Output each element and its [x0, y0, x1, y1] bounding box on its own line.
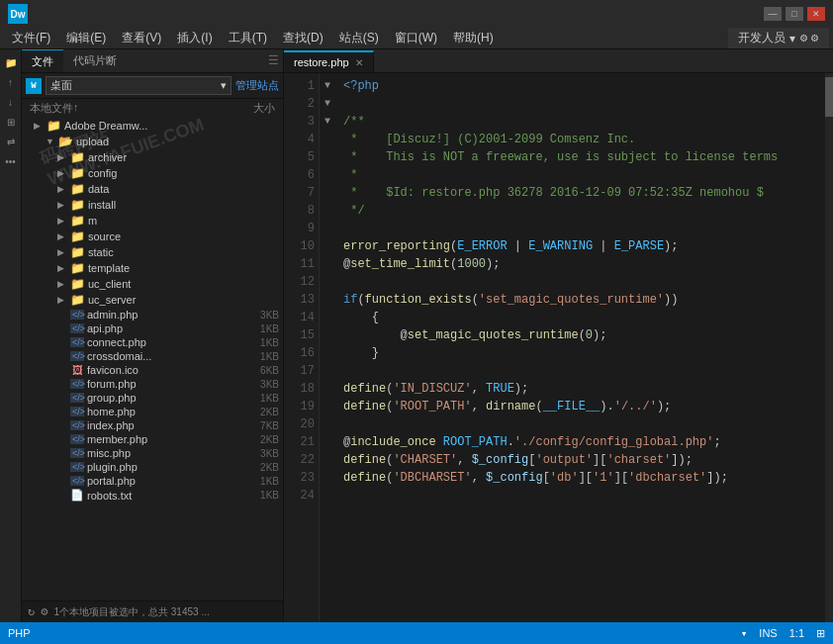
php-icon: </> — [70, 337, 84, 347]
sidebar-expand-icon[interactable]: ⊞ — [2, 113, 20, 131]
tree-folder-m[interactable]: ▶ 📁 m — [22, 213, 283, 229]
tab-files[interactable]: 文件 — [22, 49, 63, 72]
fold-arrow-1[interactable]: ▼ — [320, 77, 335, 95]
tree-folder-data[interactable]: ▶ 📁 data — [22, 181, 283, 197]
site-dropdown[interactable]: 桌面 ▾ — [46, 76, 231, 95]
file-name: favicon.ico — [87, 364, 139, 376]
file-size: 1KB — [260, 490, 279, 501]
maximize-button[interactable]: □ — [786, 7, 803, 21]
tab-snippets[interactable]: 代码片断 — [63, 49, 127, 72]
dev-menu-label: 开发人员 — [738, 30, 786, 46]
arrow-icon: ▶ — [57, 168, 67, 178]
manage-site-button[interactable]: 管理站点 — [235, 78, 279, 93]
panel-menu-icon[interactable]: ☰ — [264, 53, 283, 68]
tree-file-home[interactable]: </> home.php 2KB — [22, 405, 283, 418]
vertical-scrollbar[interactable] — [825, 73, 833, 622]
code-content[interactable]: <?php /** * [Discuz!] (C)2001-2099 Comse… — [335, 73, 825, 622]
tree-folder-config[interactable]: ▶ 📁 config — [22, 165, 283, 181]
tree-folder-static[interactable]: ▶ 📁 static — [22, 244, 283, 260]
arrow-icon: ▼ — [46, 137, 55, 146]
editor-tabs: restore.php ✕ — [284, 49, 833, 73]
code-line-10: error_reporting(E_ERROR | E_WARNING | E_… — [343, 237, 817, 255]
sidebar-arrow-up-icon[interactable]: ↑ — [2, 73, 20, 91]
tree-file-robots[interactable]: 📄 robots.txt 1KB — [22, 488, 283, 503]
panel-header: 本地文件 ↑ 大小 — [22, 99, 283, 118]
chevron-icon: ▾ — [741, 627, 748, 640]
folder-icon: 📁 — [70, 261, 85, 275]
menu-file[interactable]: 文件(F) — [4, 28, 58, 48]
folder-icon: 📁 — [70, 150, 85, 164]
tree-file-portal[interactable]: </> portal.php 1KB — [22, 474, 283, 488]
tree-file-admin[interactable]: </> admin.php 3KB — [22, 308, 283, 322]
menu-find[interactable]: 查找(D) — [275, 28, 331, 48]
folder-icon: 📁 — [46, 119, 61, 133]
folder-label: config — [88, 167, 117, 179]
root-label: Adobe Dreamw... — [64, 120, 147, 132]
refresh-icon[interactable]: ↻ — [28, 604, 35, 619]
folder-icon: 📂 — [58, 135, 73, 148]
file-size: 2KB — [260, 434, 279, 445]
tree-folder-uc-client[interactable]: ▶ 📁 uc_client — [22, 276, 283, 292]
editor-tab-restore[interactable]: restore.php ✕ — [284, 50, 374, 72]
tree-folder-template[interactable]: ▶ 📁 template — [22, 260, 283, 276]
arrow-icon: ▶ — [57, 216, 67, 226]
sidebar-files-icon[interactable]: 📁 — [2, 53, 20, 71]
folder-icon: 📁 — [70, 182, 85, 196]
folder-label: data — [88, 183, 109, 195]
upload-label: upload — [76, 136, 109, 147]
arrow-icon: ▶ — [57, 263, 67, 273]
tree-root[interactable]: ▶ 📁 Adobe Dreamw... — [22, 118, 283, 134]
file-size: 1KB — [260, 476, 279, 487]
tree-file-connect[interactable]: </> connect.php 1KB — [22, 335, 283, 349]
file-name: crossdomai... — [87, 350, 151, 362]
tab-close-icon[interactable]: ✕ — [355, 57, 363, 68]
close-button[interactable]: ✕ — [807, 7, 825, 21]
code-gutter: ▼ ▼ ▼ — [320, 73, 335, 622]
arrow-icon: ▶ — [57, 231, 67, 241]
tree-file-api[interactable]: </> api.php 1KB — [22, 322, 283, 335]
sidebar-link-icon[interactable]: ⇄ — [2, 133, 20, 150]
code-line-15: @set_magic_quotes_runtime(0); — [343, 326, 817, 344]
sidebar-more-icon[interactable]: ••• — [2, 152, 20, 170]
arrow-icon: ▶ — [57, 279, 67, 289]
tree-file-plugin[interactable]: </> plugin.php 2KB — [22, 460, 283, 474]
tree-file-group[interactable]: </> group.php 1KB — [22, 391, 283, 405]
chevron-icon: ▾ — [221, 79, 227, 92]
tree-upload[interactable]: ▼ 📂 upload — [22, 134, 283, 149]
scrollbar-thumb[interactable] — [825, 77, 833, 117]
tree-folder-install[interactable]: ▶ 📁 install — [22, 197, 283, 213]
fold-arrow-3[interactable]: ▼ — [320, 95, 335, 113]
ico-icon: 🖼 — [70, 364, 84, 376]
menu-bar: 文件(F) 编辑(E) 查看(V) 插入(I) 工具(T) 查找(D) 站点(S… — [0, 28, 833, 49]
grid-icon[interactable]: ⊞ — [816, 627, 825, 640]
code-line-6: * — [343, 166, 817, 184]
tree-file-crossdomain[interactable]: </> crossdomai... 1KB — [22, 349, 283, 363]
status-bar-lang[interactable]: PHP — [8, 627, 31, 639]
settings-icon[interactable]: ⚙ — [41, 604, 47, 619]
sidebar-arrow-down-icon[interactable]: ↓ — [2, 93, 20, 111]
tree-file-member[interactable]: </> member.php 2KB — [22, 432, 283, 446]
tree-file-misc[interactable]: </> misc.php 3KB — [22, 446, 283, 460]
tree-file-favicon[interactable]: 🖼 favicon.ico 6KB — [22, 363, 283, 377]
menu-window[interactable]: 窗口(W) — [387, 28, 445, 48]
menu-insert[interactable]: 插入(I) — [169, 28, 220, 48]
tree-folder-archiver[interactable]: ▶ 📁 archiver — [22, 149, 283, 165]
code-line-4: * [Discuz!] (C)2001-2099 Comsenz Inc. — [343, 131, 817, 148]
menu-edit[interactable]: 编辑(E) — [58, 28, 114, 48]
dev-menu[interactable]: 开发人员 ▾ ⚙ ⚙ — [728, 28, 829, 48]
fold-arrow-13[interactable]: ▼ — [320, 113, 335, 131]
folder-label: source — [88, 230, 121, 242]
menu-help[interactable]: 帮助(H) — [445, 28, 502, 48]
minimize-button[interactable]: — — [764, 7, 782, 21]
menu-view[interactable]: 查看(V) — [114, 28, 169, 48]
arrow-icon: ▶ — [57, 200, 67, 210]
code-line-12 — [343, 273, 817, 291]
tree-file-index[interactable]: </> index.php 7KB — [22, 418, 283, 432]
tree-folder-uc-server[interactable]: ▶ 📁 uc_server — [22, 292, 283, 308]
tree-file-forum[interactable]: </> forum.php 3KB — [22, 377, 283, 391]
file-size: 3KB — [260, 379, 279, 390]
php-icon: </> — [70, 434, 84, 444]
tree-folder-source[interactable]: ▶ 📁 source — [22, 229, 283, 244]
menu-tools[interactable]: 工具(T) — [221, 28, 275, 48]
menu-site[interactable]: 站点(S) — [331, 28, 387, 48]
